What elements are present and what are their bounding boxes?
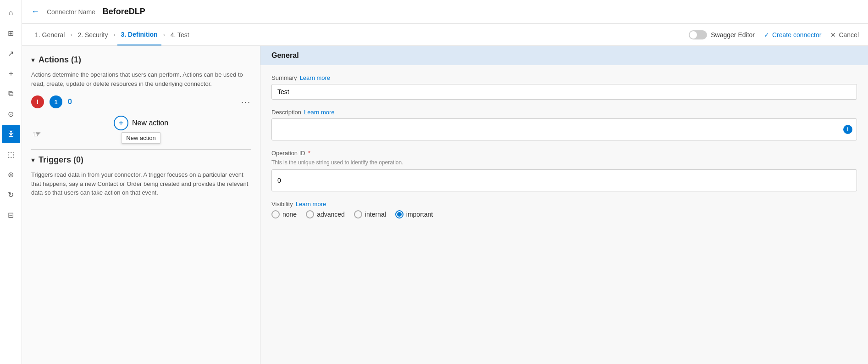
- content-area: ▾ Actions (1) Actions determine the oper…: [22, 46, 868, 364]
- actions-count-badge: 1: [50, 95, 62, 108]
- sep-2: ›: [112, 32, 117, 38]
- visibility-field-group: Visibility Learn more none advanced: [271, 201, 857, 218]
- sep-3: ›: [161, 32, 167, 38]
- nav-rail: ⌂ ⊞ ↗ ＋ ⧉ ⊙ 🗄 ⬚ ⊛ ↻ ⊟: [0, 0, 22, 364]
- triggers-description: Triggers read data in from your connecto…: [31, 170, 251, 197]
- panel-body: Summary Learn more Description Learn mor…: [260, 65, 868, 237]
- operation-id-field-group: Operation ID * This is the unique string…: [271, 150, 857, 191]
- cancel-button[interactable]: ✕ Cancel: [830, 31, 859, 39]
- right-panel: General Summary Learn more Description L…: [260, 46, 868, 364]
- nav-home-icon[interactable]: ⌂: [2, 4, 20, 22]
- triggers-section: ▾ Triggers (0) Triggers read data in fro…: [31, 155, 251, 197]
- radio-internal-circle: [354, 210, 362, 218]
- actions-collapse-icon[interactable]: ▾: [31, 56, 35, 64]
- nav-storage-icon[interactable]: 🗄: [2, 125, 20, 143]
- radio-important-label: important: [406, 211, 433, 218]
- new-action-area: + New action ☞ New action: [31, 116, 251, 144]
- swagger-editor-label: Swagger Editor: [711, 31, 755, 39]
- step-general[interactable]: 1. General: [31, 24, 68, 45]
- actions-section-header: ▾ Actions (1): [31, 55, 251, 65]
- nav-layers-icon[interactable]: ⧉: [2, 84, 20, 103]
- actions-description: Actions determine the operations that us…: [31, 70, 251, 88]
- nav-refresh-icon[interactable]: ↻: [2, 185, 20, 204]
- actions-more-button[interactable]: ···: [241, 97, 251, 107]
- step-definition[interactable]: 3. Definition: [117, 24, 161, 45]
- operation-id-required: *: [308, 150, 310, 157]
- visibility-learn-more-link[interactable]: Learn more: [296, 201, 326, 207]
- summary-input[interactable]: [271, 84, 857, 100]
- step-test[interactable]: 4. Test: [167, 24, 193, 45]
- nav-table-icon[interactable]: ⊟: [2, 206, 20, 224]
- actions-title: Actions (1): [39, 55, 81, 65]
- radio-advanced[interactable]: advanced: [306, 210, 345, 218]
- actions-error-badge: !: [31, 95, 44, 108]
- visibility-label: Visibility Learn more: [271, 201, 857, 207]
- back-button[interactable]: ←: [31, 7, 39, 17]
- triggers-title: Triggers (0): [39, 155, 83, 165]
- add-action-icon: +: [114, 116, 128, 130]
- panel-header: General: [260, 46, 868, 65]
- nav-tag-icon[interactable]: ⊙: [2, 105, 20, 123]
- summary-label: Summary Learn more: [271, 74, 857, 81]
- radio-none[interactable]: none: [271, 210, 297, 218]
- radio-advanced-label: advanced: [317, 211, 345, 218]
- create-connector-button[interactable]: ✓ Create connector: [764, 31, 821, 39]
- connector-label: Connector Name: [47, 8, 95, 16]
- step-security[interactable]: 2. Security: [74, 24, 111, 45]
- steps-toolbar: Swagger Editor ✓ Create connector ✕ Canc…: [689, 30, 859, 39]
- close-icon: ✕: [830, 31, 836, 39]
- description-input-wrap: i: [271, 118, 857, 140]
- top-header: ← Connector Name BeforeDLP: [22, 0, 868, 24]
- radio-important[interactable]: important: [395, 210, 433, 218]
- section-divider: [31, 149, 251, 150]
- nav-analytics-icon[interactable]: ⬚: [2, 145, 20, 163]
- sidebar: ▾ Actions (1) Actions determine the oper…: [22, 46, 260, 364]
- triggers-section-header: ▾ Triggers (0): [31, 155, 251, 165]
- radio-internal-label: internal: [365, 211, 386, 218]
- radio-none-label: none: [282, 211, 297, 218]
- radio-important-circle: [395, 210, 404, 218]
- check-icon: ✓: [764, 31, 769, 39]
- steps-nav: 1. General › 2. Security › 3. Definition…: [22, 24, 868, 46]
- visibility-radio-group: none advanced internal: [271, 210, 857, 218]
- description-input[interactable]: [271, 118, 857, 140]
- new-action-tooltip: New action: [121, 132, 160, 144]
- actions-badges-row: ! 1 0 ···: [31, 95, 251, 108]
- description-info-icon: i: [843, 125, 852, 134]
- nav-chart-icon[interactable]: ↗: [2, 44, 20, 62]
- radio-advanced-circle: [306, 210, 314, 218]
- new-action-button[interactable]: + New action ☞: [114, 116, 168, 130]
- actions-zero-badge: 0: [68, 98, 72, 106]
- radio-none-circle: [271, 210, 280, 218]
- radio-internal[interactable]: internal: [354, 210, 386, 218]
- swagger-editor-toggle[interactable]: [689, 30, 707, 39]
- connector-name-value: BeforeDLP: [103, 7, 145, 17]
- summary-field-group: Summary Learn more: [271, 74, 857, 100]
- sep-1: ›: [68, 32, 74, 38]
- cursor-icon: ☞: [33, 129, 41, 140]
- main-area: ← Connector Name BeforeDLP 1. General › …: [22, 0, 868, 364]
- nav-connections-icon[interactable]: ⊛: [2, 165, 20, 184]
- swagger-editor-toggle-wrap: Swagger Editor: [689, 30, 755, 39]
- summary-learn-more-link[interactable]: Learn more: [300, 74, 330, 81]
- description-field-group: Description Learn more i: [271, 109, 857, 140]
- triggers-collapse-icon[interactable]: ▾: [31, 156, 35, 164]
- new-action-label: New action: [132, 119, 168, 127]
- description-learn-more-link[interactable]: Learn more: [304, 109, 334, 116]
- nav-apps-icon[interactable]: ⊞: [2, 24, 20, 42]
- operation-id-label: Operation ID *: [271, 150, 857, 157]
- nav-add-icon[interactable]: ＋: [2, 64, 20, 83]
- operation-id-hint: This is the unique string used to identi…: [271, 159, 857, 166]
- operation-id-input[interactable]: [271, 169, 857, 191]
- description-label: Description Learn more: [271, 109, 857, 116]
